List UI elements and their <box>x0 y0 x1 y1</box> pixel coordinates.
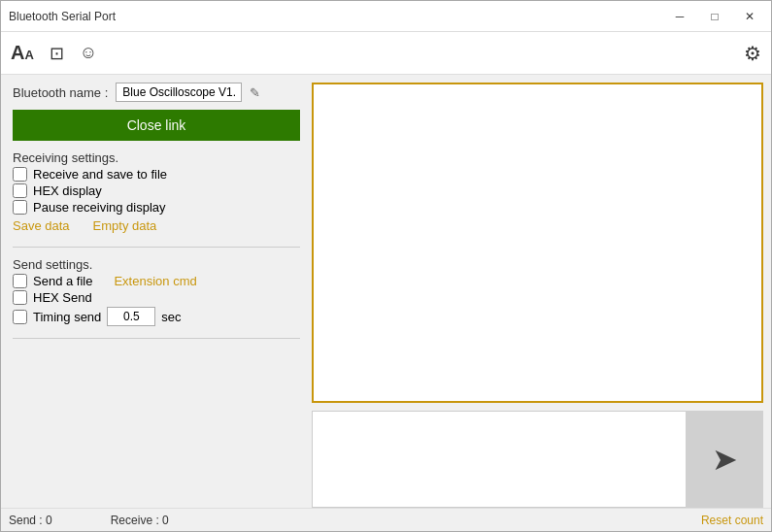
send-count-label: Send : 0 <box>9 514 52 527</box>
left-panel: Bluetooth name : ✎ Close link Receiving … <box>1 75 312 508</box>
maximize-button[interactable]: □ <box>701 7 728 26</box>
status-bar: Send : 0 Receive : 0 Reset count <box>1 508 771 531</box>
empty-data-button[interactable]: Empty data <box>93 218 157 233</box>
receiving-settings-section: Receiving settings. Receive and save to … <box>13 150 300 237</box>
pause-display-label: Pause receiving display <box>33 200 166 215</box>
crop-icon[interactable]: ⊡ <box>50 43 64 64</box>
window-title: Bluetooth Serial Port <box>9 10 666 23</box>
title-bar: Bluetooth Serial Port ─ □ ✕ <box>1 1 771 32</box>
data-link-row: Save data Empty data <box>13 218 300 233</box>
bluetooth-name-input[interactable] <box>116 83 242 102</box>
edit-icon[interactable]: ✎ <box>250 85 260 100</box>
font-size-icon[interactable]: AA <box>11 42 34 64</box>
timing-send-checkbox[interactable] <box>13 310 27 324</box>
timing-unit-label: sec <box>161 310 181 324</box>
send-file-row: Send a file Extension cmd <box>13 274 300 288</box>
send-settings-title: Send settings. <box>13 257 300 272</box>
pause-display-checkbox[interactable] <box>13 200 27 215</box>
hex-display-label: HEX display <box>33 183 102 198</box>
receive-save-checkbox[interactable] <box>13 167 27 182</box>
send-arrow-icon: ➤ <box>712 441 738 478</box>
settings-icon[interactable]: ⚙ <box>744 42 761 65</box>
divider <box>13 247 300 248</box>
reset-count-button[interactable]: Reset count <box>701 514 763 527</box>
right-panel: ➤ <box>312 75 771 508</box>
send-input[interactable] <box>312 411 686 508</box>
hex-display-row: HEX display <box>13 183 300 198</box>
send-file-checkbox[interactable] <box>13 274 27 288</box>
hex-send-checkbox[interactable] <box>13 290 27 305</box>
main-content: Bluetooth name : ✎ Close link Receiving … <box>1 75 771 508</box>
emoji-icon[interactable]: ☺ <box>80 43 97 63</box>
toolbar-left: AA ⊡ ☺ <box>11 42 97 64</box>
toolbar: AA ⊡ ☺ ⚙ <box>1 32 771 75</box>
main-window: Bluetooth Serial Port ─ □ ✕ AA ⊡ ☺ ⚙ Blu… <box>0 0 772 532</box>
window-controls: ─ □ ✕ <box>666 7 763 26</box>
hex-send-row: HEX Send <box>13 290 300 305</box>
divider2 <box>13 338 300 339</box>
timing-send-row: Timing send sec <box>13 307 300 326</box>
minimize-button[interactable]: ─ <box>666 7 693 26</box>
timing-value-input[interactable] <box>107 307 155 326</box>
hex-send-label: HEX Send <box>33 290 92 305</box>
close-button[interactable]: ✕ <box>736 7 763 26</box>
pause-display-row: Pause receiving display <box>13 200 300 215</box>
receiving-settings-title: Receiving settings. <box>13 150 300 165</box>
send-settings-section: Send settings. Send a file Extension cmd… <box>13 257 300 328</box>
extension-cmd-button[interactable]: Extension cmd <box>114 274 196 288</box>
receive-save-row: Receive and save to file <box>13 167 300 182</box>
save-data-button[interactable]: Save data <box>13 218 70 233</box>
status-left: Send : 0 Receive : 0 <box>9 514 169 527</box>
receive-count-label: Receive : 0 <box>111 514 169 527</box>
send-area-container: ➤ <box>312 411 763 508</box>
send-button[interactable]: ➤ <box>686 411 763 508</box>
close-link-button[interactable]: Close link <box>13 110 300 141</box>
timing-send-label: Timing send <box>33 310 101 324</box>
bluetooth-name-row: Bluetooth name : ✎ <box>13 83 300 102</box>
send-file-label: Send a file <box>33 274 92 288</box>
bluetooth-name-label: Bluetooth name : <box>13 85 108 100</box>
hex-display-checkbox[interactable] <box>13 183 27 198</box>
receive-save-label: Receive and save to file <box>33 167 167 182</box>
receive-display-area <box>312 83 763 403</box>
